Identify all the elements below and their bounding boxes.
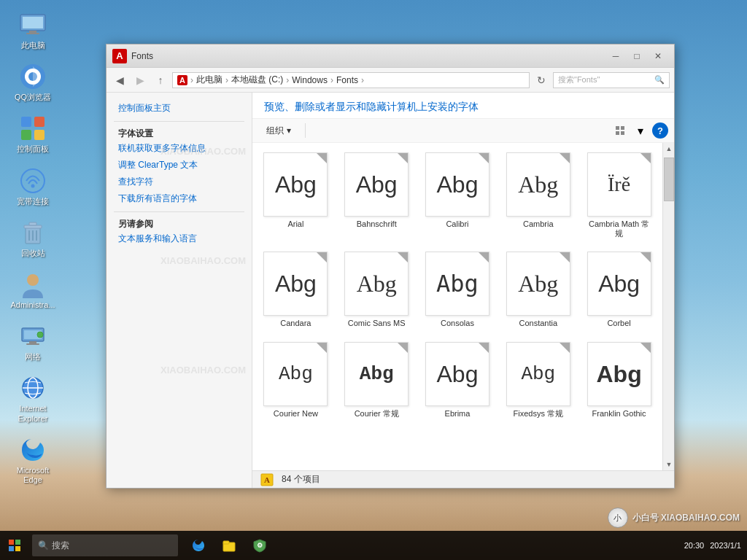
desktop-icons: 此电脑 QQ浏览器 控制面板 [7, 7, 58, 488]
font-item-constantia[interactable]: Abg Constantia [500, 248, 576, 332]
font-preview-cambria-math: Ïrě [587, 152, 651, 217]
breadcrumb-fonts[interactable]: Fonts [336, 75, 358, 85]
svg-point-12 [31, 184, 35, 187]
desktop-icon-edge[interactable]: MicrosoftEdge [7, 432, 58, 488]
svg-rect-31 [621, 131, 624, 135]
sidebar-link-cleartype[interactable]: 调整 ClearType 文本 [107, 157, 252, 174]
sidebar-link-control-panel-home[interactable]: 控制面板主页 [107, 100, 252, 117]
window-titlebar: A Fonts ─ □ ✕ [107, 44, 674, 68]
font-item-comic-sans[interactable]: Abg Comic Sans MS [339, 248, 414, 332]
scroll-track[interactable] [663, 155, 674, 459]
desktop-icon-my-computer[interactable]: 此电脑 [7, 7, 58, 53]
view-toggle-button[interactable] [611, 122, 629, 139]
admin-label: Administra... [10, 300, 55, 310]
taskbar-edge-app[interactable] [184, 531, 213, 560]
fonts-grid: Abg Arial Abg Bahnschrift [252, 143, 662, 470]
search-icon: 🔍 [38, 540, 49, 551]
sidebar-link-get-more-fonts[interactable]: 联机获取更多字体信息 [107, 140, 252, 157]
font-item-franklin-gothic[interactable]: Abg Franklin Gothic [581, 338, 657, 422]
font-name-fixedsys: Fixedsys 常规 [514, 409, 563, 419]
font-item-courier[interactable]: Abg Courier 常规 [339, 338, 414, 422]
taskbar-explorer-app[interactable] [214, 531, 244, 560]
organize-button[interactable]: 组织 ▾ [258, 122, 299, 139]
minimize-button[interactable]: ─ [605, 49, 626, 63]
font-item-cambria-math[interactable]: Ïrě Cambria Math 常规 [581, 149, 657, 242]
font-preview-franklin-gothic: Abg [587, 342, 651, 406]
svg-rect-36 [9, 546, 14, 551]
desktop-icon-network[interactable]: 网络 [7, 319, 58, 365]
svg-rect-39 [223, 541, 229, 544]
watermark-brand: 小白号 XIAOBAIHAO.COM [632, 512, 740, 524]
font-preview-constantia: Abg [506, 252, 570, 316]
network-icon [18, 322, 47, 351]
svg-rect-14 [24, 225, 42, 228]
svg-text:⚙: ⚙ [257, 542, 263, 549]
font-item-fixedsys[interactable]: Abg Fixedsys 常规 [500, 338, 576, 422]
qq-browser-label: QQ浏览器 [15, 93, 51, 102]
svg-rect-10 [34, 130, 44, 140]
refresh-button[interactable]: ↻ [533, 71, 550, 89]
desktop-icon-control-panel[interactable]: 控制面板 [7, 111, 58, 157]
font-name-courier: Courier 常规 [355, 409, 399, 419]
font-preview-fixedsys: Abg [506, 342, 570, 406]
back-button[interactable]: ◀ [111, 71, 128, 89]
svg-rect-30 [616, 131, 619, 135]
sidebar-link-find-char[interactable]: 查找字符 [107, 174, 252, 190]
font-item-corbel[interactable]: Abg Corbel [581, 248, 657, 332]
statusbar-count: 84 个项目 [282, 473, 320, 486]
maximize-button[interactable]: □ [627, 49, 647, 63]
font-item-arial[interactable]: Abg Arial [258, 149, 333, 242]
scroll-thumb[interactable] [664, 158, 674, 201]
qq-browser-icon [18, 62, 47, 91]
recycle-bin-label: 回收站 [21, 249, 45, 258]
ie-icon [18, 373, 47, 402]
scroll-up-arrow[interactable]: ▲ [663, 143, 674, 155]
search-label: 搜索 [52, 540, 69, 552]
recycle-bin-icon [18, 218, 47, 247]
desktop-icon-admin[interactable]: Administra... [7, 267, 58, 313]
font-preview-courier: Abg [344, 342, 409, 406]
breadcrumb-pc[interactable]: 此电脑 [196, 74, 222, 86]
statusbar-font-icon: A [260, 472, 274, 487]
close-button[interactable]: ✕ [648, 49, 668, 63]
font-item-consolas[interactable]: Abg Consolas [420, 248, 495, 332]
scrollbar[interactable]: ▲ ▼ [662, 143, 674, 470]
font-name-bahnschrift: Bahnschrift [357, 219, 397, 229]
font-item-cambria[interactable]: Abg Cambria [500, 149, 576, 242]
desktop-icon-ie[interactable]: Internet Explorer [7, 370, 58, 426]
font-item-ebrima[interactable]: Abg Ebrima [420, 338, 495, 422]
font-name-consolas: Consolas [441, 319, 474, 328]
search-box[interactable]: 搜索"Fonts" 🔍 [553, 72, 670, 88]
svg-point-19 [27, 274, 39, 286]
font-name-cambria: Cambria [523, 219, 554, 229]
desktop-icon-qq-browser[interactable]: QQ浏览器 [7, 59, 58, 105]
font-item-calibri[interactable]: Abg Calibri [420, 149, 495, 242]
font-name-calibri: Calibri [446, 219, 468, 229]
font-item-candara[interactable]: Abg Candara [258, 248, 333, 332]
breadcrumb-drive[interactable]: 本地磁盘 (C:) [231, 74, 283, 86]
sidebar-link-text-services[interactable]: 文本服务和输入语言 [107, 230, 252, 247]
fonts-window: A Fonts ─ □ ✕ ◀ ▶ ↑ A › 此电脑 › 本地磁盘 (C:) … [106, 44, 675, 489]
scroll-down-arrow[interactable]: ▼ [663, 459, 674, 470]
svg-rect-22 [29, 341, 36, 343]
font-preview-corbel: Abg [587, 252, 651, 316]
font-name-constantia: Constantia [519, 319, 557, 328]
sidebar-link-download-fonts[interactable]: 下载所有语言的字体 [107, 190, 252, 207]
taskbar-apps: ⚙ [184, 531, 274, 560]
font-preview-arial: Abg [263, 152, 328, 217]
taskbar-search[interactable]: 🔍 搜索 [32, 534, 178, 556]
up-button[interactable]: ↑ [152, 71, 169, 89]
help-button[interactable]: ? [652, 122, 668, 139]
forward-button[interactable]: ▶ [131, 71, 149, 89]
font-item-bahnschrift[interactable]: Abg Bahnschrift [339, 149, 414, 242]
desktop-icon-broadband[interactable]: 宽带连接 [7, 163, 58, 209]
start-button[interactable] [0, 531, 29, 560]
view-dropdown-button[interactable]: ▾ [632, 122, 649, 139]
taskbar-shield-app[interactable]: ⚙ [245, 531, 274, 560]
font-name-ebrima: Ebrima [445, 409, 471, 419]
breadcrumb-windows[interactable]: Windows [292, 75, 328, 85]
admin-icon [18, 270, 47, 299]
desktop-icon-recycle-bin[interactable]: 回收站 [7, 215, 58, 261]
font-item-courier-new[interactable]: Abg Courier New [258, 338, 333, 422]
breadcrumb[interactable]: A › 此电脑 › 本地磁盘 (C:) › Windows › Fonts › [172, 72, 530, 88]
